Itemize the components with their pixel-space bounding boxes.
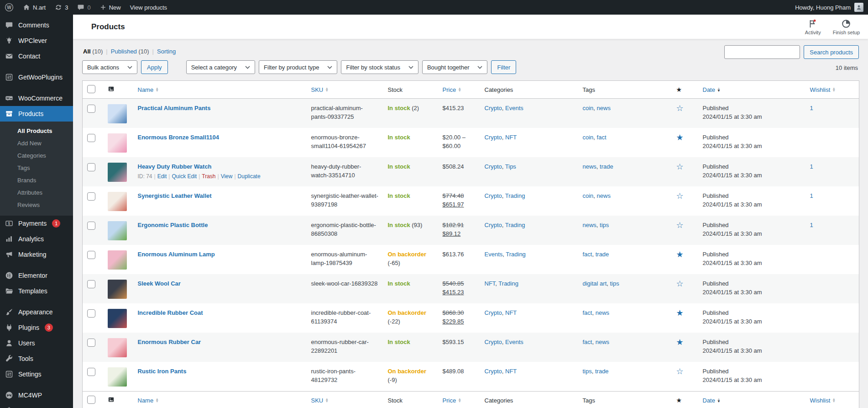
featured-star-filled-icon[interactable]: ★	[676, 308, 684, 318]
site-name-link[interactable]: N.art	[18, 0, 50, 15]
term-link[interactable]: Crypto	[485, 192, 502, 199]
term-link[interactable]: NFT	[485, 280, 496, 287]
sort-by-price[interactable]: Price▲▼	[438, 81, 480, 99]
stock-status-select[interactable]: Filter by stock status	[341, 60, 418, 74]
sort-by-date[interactable]: Date▲▼	[698, 392, 805, 408]
featured-star-outline-icon[interactable]: ☆	[676, 191, 684, 201]
row-action-view[interactable]: View	[221, 173, 233, 180]
term-link[interactable]: trade	[596, 251, 609, 258]
row-checkbox[interactable]	[87, 163, 95, 171]
sidebar-subitem-reviews[interactable]: Reviews	[0, 199, 73, 211]
term-link[interactable]: fact	[597, 134, 607, 141]
sidebar-subitem-all-products[interactable]: All Products	[0, 125, 73, 137]
filter-button[interactable]: Filter	[491, 60, 516, 74]
featured-star-outline-icon[interactable]: ☆	[676, 104, 684, 113]
term-link[interactable]: news	[596, 309, 609, 316]
term-link[interactable]: NFT	[505, 368, 517, 375]
product-thumbnail[interactable]	[108, 221, 127, 240]
term-link[interactable]: news	[597, 192, 611, 199]
term-link[interactable]: Trading	[498, 280, 518, 287]
row-action-quick-edit[interactable]: Quick Edit	[172, 173, 197, 180]
sidebar-item-elementor[interactable]: Elementor	[0, 268, 73, 283]
row-action-duplicate[interactable]: Duplicate	[238, 173, 261, 180]
row-checkbox[interactable]	[87, 339, 95, 347]
term-link[interactable]: Crypto	[485, 222, 502, 228]
search-products-button[interactable]: Search products	[804, 45, 859, 59]
row-checkbox[interactable]	[87, 222, 95, 230]
sidebar-item-mc4wp[interactable]: MC4WP	[0, 387, 73, 403]
term-link[interactable]: tips	[610, 280, 619, 287]
term-link[interactable]: Crypto	[485, 163, 502, 170]
term-link[interactable]: Trading	[505, 192, 525, 199]
sort-by-wishlist[interactable]: Wishlist▲▼	[805, 392, 859, 408]
term-link[interactable]: digital art	[583, 280, 607, 287]
sort-by-name[interactable]: Name▲▼	[133, 81, 307, 99]
sidebar-item-settings[interactable]: Settings	[0, 366, 73, 382]
sidebar-item-payments[interactable]: $Payments1	[0, 216, 73, 231]
product-thumbnail[interactable]	[108, 163, 127, 182]
product-name-link[interactable]: Enormous Rubber Car	[138, 339, 201, 345]
row-checkbox[interactable]	[87, 280, 95, 288]
sidebar-item-appearance[interactable]: Appearance	[0, 304, 73, 320]
term-link[interactable]: news	[596, 339, 609, 345]
product-thumbnail[interactable]	[108, 104, 127, 123]
product-name-link[interactable]: Heavy Duty Rubber Watch	[138, 163, 212, 170]
term-link[interactable]: Crypto	[485, 134, 502, 141]
product-type-select[interactable]: Filter by product type	[259, 60, 337, 74]
select-all-checkbox[interactable]	[87, 85, 95, 93]
user-avatar[interactable]	[854, 3, 863, 12]
sidebar-item-comments[interactable]: Comments	[0, 17, 73, 33]
sidebar-item-products[interactable]: Products	[0, 106, 73, 122]
sidebar-subitem-add-new[interactable]: Add New	[0, 137, 73, 149]
sidebar-subitem-tags[interactable]: Tags	[0, 162, 73, 174]
product-name-link[interactable]: Incredible Rubber Coat	[138, 309, 203, 316]
featured-star-outline-icon[interactable]: ☆	[676, 279, 684, 288]
finish-setup-button[interactable]: Finish setup	[833, 19, 860, 35]
product-thumbnail[interactable]	[108, 280, 127, 299]
product-name-link[interactable]: Rustic Iron Pants	[138, 368, 187, 375]
sidebar-item-wpclever[interactable]: WPClever	[0, 33, 73, 48]
wishlist-count-link[interactable]: 1	[810, 105, 813, 111]
sidebar-item-marketing[interactable]: Marketing	[0, 247, 73, 262]
product-thumbnail[interactable]	[108, 192, 127, 211]
view-published[interactable]: Published	[111, 48, 137, 55]
term-link[interactable]: fact	[583, 339, 592, 345]
row-action-trash[interactable]: Trash	[202, 173, 215, 180]
sidebar-item-contact[interactable]: Contact	[0, 48, 73, 64]
term-link[interactable]: Crypto	[485, 368, 502, 375]
product-name-link[interactable]: Practical Aluminum Pants	[138, 105, 211, 111]
sort-by-date[interactable]: Date▲▼	[698, 81, 805, 99]
term-link[interactable]: coin	[583, 134, 594, 141]
sort-by-sku[interactable]: SKU▲▼	[307, 392, 383, 408]
term-link[interactable]: Tips	[505, 163, 516, 170]
sidebar-item-tools[interactable]: Tools	[0, 351, 73, 366]
sidebar-subitem-attributes[interactable]: Attributes	[0, 186, 73, 199]
term-link[interactable]: NFT	[505, 309, 517, 316]
product-thumbnail[interactable]	[108, 133, 127, 153]
row-checkbox[interactable]	[87, 309, 95, 318]
updates-link[interactable]: 3	[50, 0, 73, 15]
product-name-link[interactable]: Sleek Wool Car	[138, 280, 181, 287]
wishlist-count-link[interactable]: 1	[810, 192, 813, 199]
new-content-link[interactable]: New	[95, 0, 125, 15]
term-link[interactable]: Crypto	[485, 105, 502, 111]
term-link[interactable]: tips	[600, 222, 609, 228]
featured-star-outline-icon[interactable]: ☆	[676, 367, 684, 376]
featured-star-outline-icon[interactable]: ☆	[676, 162, 684, 171]
bulk-actions-select[interactable]: Bulk actions	[82, 60, 137, 74]
sidebar-item-slider-revolution[interactable]: Slider Revolution	[0, 403, 73, 408]
wishlist-count-link[interactable]: 1	[810, 163, 813, 170]
term-link[interactable]: coin	[583, 192, 594, 199]
row-checkbox[interactable]	[87, 134, 95, 142]
featured-star-outline-icon[interactable]: ☆	[676, 221, 684, 230]
featured-star-filled-icon[interactable]: ★	[676, 250, 684, 259]
product-name-link[interactable]: Synergistic Leather Wallet	[138, 192, 212, 199]
term-link[interactable]: NFT	[505, 134, 517, 141]
bought-together-select[interactable]: Bought together	[422, 60, 488, 74]
term-link[interactable]: coin	[583, 105, 594, 111]
row-checkbox[interactable]	[87, 251, 95, 259]
term-link[interactable]: tips	[583, 368, 592, 375]
term-link[interactable]: Trading	[505, 222, 525, 228]
featured-star-filled-icon[interactable]: ★	[676, 338, 684, 347]
product-name-link[interactable]: Enormous Bronze Small1104	[138, 134, 219, 141]
